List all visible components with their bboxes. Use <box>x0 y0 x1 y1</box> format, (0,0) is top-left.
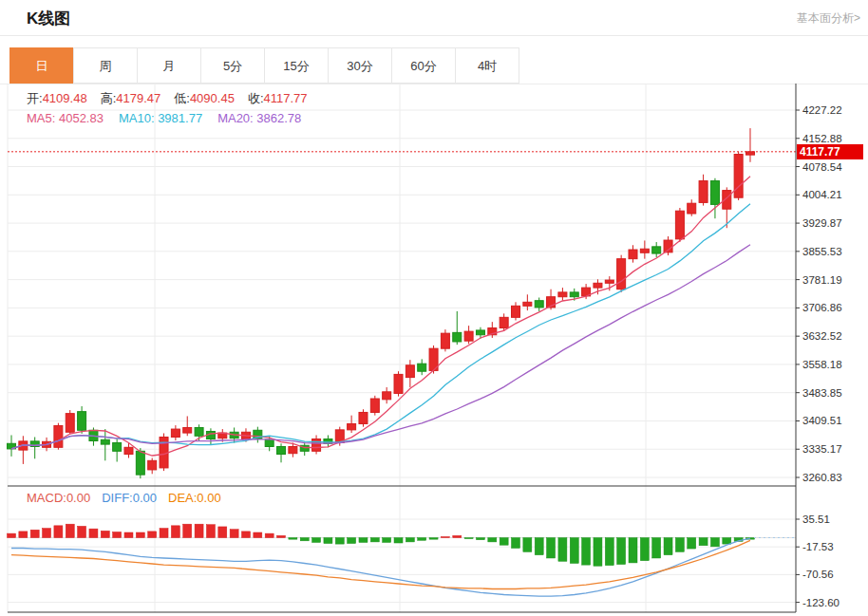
candle-body <box>617 259 626 289</box>
macd-bar <box>723 538 731 545</box>
candle-body <box>148 460 157 470</box>
macd-bar <box>464 538 473 539</box>
candle-body <box>195 427 203 436</box>
macd-axis-label: -17.53 <box>802 541 834 552</box>
ma5-line <box>11 177 750 456</box>
macd-bar <box>570 538 578 564</box>
macd-bar <box>195 524 203 537</box>
macd-bar <box>30 530 39 537</box>
macd-bar <box>43 529 51 538</box>
legend-label: 高: <box>101 91 117 105</box>
macd-bar <box>640 538 649 561</box>
candle-body <box>171 429 179 437</box>
macd-legend-item: DEA:0.00 <box>168 491 221 505</box>
macd-bar <box>324 538 332 544</box>
candle-body <box>734 155 743 198</box>
macd-bar <box>312 538 321 543</box>
candle-body <box>500 317 508 327</box>
price-axis-label: 3781.19 <box>802 274 842 286</box>
ohlc-legend: 开:4109.48高:4179.47低:4090.45收:4117.77 <box>27 90 321 107</box>
legend-item: MA5: 4052.83 <box>27 111 104 125</box>
candle-body <box>359 412 368 423</box>
macd-bar <box>230 530 238 538</box>
macd-bar <box>500 538 508 546</box>
macd-bar <box>183 524 192 537</box>
macd-bar <box>8 533 16 537</box>
macd-bar <box>488 538 497 542</box>
candle-body <box>629 250 637 259</box>
macd-axis-label: 35.51 <box>802 513 830 525</box>
legend-item: MA10: 3981.77 <box>119 111 202 125</box>
candle-body <box>652 247 661 253</box>
macd-bar <box>171 526 179 538</box>
candle-body <box>277 446 286 454</box>
macd-bar <box>124 532 133 538</box>
macd-bar <box>265 533 274 537</box>
candle-body <box>265 439 274 446</box>
macd-bar <box>453 535 462 537</box>
candle-body <box>535 301 543 308</box>
macd-bar <box>688 538 696 550</box>
macd-bar <box>429 538 438 540</box>
macd-bar <box>523 538 532 552</box>
macd-bar <box>370 538 379 542</box>
macd-bar <box>394 538 403 544</box>
price-axis-label: 3335.17 <box>802 443 842 455</box>
macd-bar <box>300 538 309 541</box>
candle-body <box>605 280 613 283</box>
macd-bar <box>348 538 356 544</box>
candle-body <box>124 447 133 454</box>
macd-bar <box>148 532 157 538</box>
candle-body <box>312 439 321 451</box>
macd-bar <box>289 538 297 540</box>
price-axis-label: 3855.53 <box>802 246 842 257</box>
macd-bar <box>476 538 484 540</box>
macd-bar <box>359 538 368 543</box>
macd-bar <box>206 525 215 538</box>
macd-bar <box>664 538 672 555</box>
price-axis-label: 4152.88 <box>802 133 842 144</box>
macd-legend-item: MACD:0.00 <box>27 491 90 505</box>
macd-bar <box>254 532 262 538</box>
candle-body <box>101 439 109 444</box>
dea-line <box>11 540 750 588</box>
macd-bar <box>629 538 637 563</box>
macd-axis-label: -70.56 <box>802 569 834 580</box>
legend-item: MA20: 3862.78 <box>217 111 301 125</box>
macd-bar <box>535 538 543 555</box>
candle-body <box>441 333 449 348</box>
candle-body <box>558 292 567 297</box>
macd-bar <box>383 538 391 543</box>
macd-bar <box>675 538 684 552</box>
legend-label: 开: <box>27 91 43 105</box>
macd-bar <box>512 538 520 549</box>
macd-legend-item: DIFF:0.00 <box>102 491 157 505</box>
macd-bar <box>547 538 556 558</box>
candle-body <box>348 423 356 429</box>
candle-body <box>594 283 602 288</box>
price-axis-label: 4227.22 <box>802 104 842 116</box>
candle-body <box>710 181 719 205</box>
legend-value: 4109.48 <box>43 91 87 105</box>
macd-bar <box>66 524 74 537</box>
legend-value: 4179.47 <box>116 91 160 105</box>
macd-legend: MACD:0.00DIFF:0.00DEA:0.00 <box>27 491 233 505</box>
macd-bar <box>160 529 168 538</box>
ma20-line <box>11 245 750 449</box>
price-axis-label: 4004.21 <box>802 189 842 200</box>
candle-body <box>570 292 578 297</box>
macd-bar <box>617 538 626 565</box>
candle-body <box>523 302 532 306</box>
candle-body <box>675 211 684 239</box>
legend-label: 低: <box>174 91 190 105</box>
kline-app: K线图 基本面分析> 日周月5分15分30分60分4时 4227.224152.… <box>0 0 868 616</box>
candle-body <box>699 181 708 203</box>
macd-bar <box>406 538 414 542</box>
macd-bar <box>78 526 86 537</box>
candle-body <box>476 330 484 335</box>
candle-body <box>512 306 520 317</box>
macd-bar <box>558 538 567 562</box>
macd-bar <box>594 538 602 567</box>
candle-body <box>453 332 462 342</box>
price-axis-label: 4078.54 <box>802 161 842 173</box>
